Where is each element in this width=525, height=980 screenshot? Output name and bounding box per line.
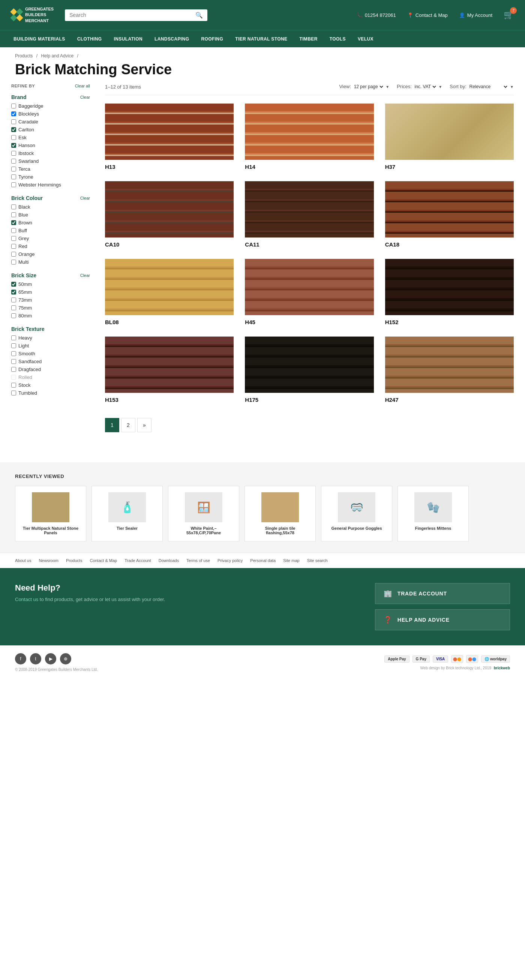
filter-colour-clear[interactable]: Clear: [80, 196, 90, 200]
texture-sandfaced-checkbox[interactable]: [11, 359, 16, 364]
brand-ibstock-checkbox[interactable]: [11, 151, 16, 156]
size-73mm-checkbox[interactable]: [11, 298, 16, 302]
product-card-h152[interactable]: H152: [385, 259, 514, 325]
footer-link-about[interactable]: About us: [15, 558, 31, 563]
breadcrumb-products[interactable]: Products: [15, 53, 33, 59]
texture-rolled-checkbox[interactable]: [11, 375, 16, 380]
footer-link-products[interactable]: Products: [66, 558, 82, 563]
product-name-h37: H37: [385, 164, 514, 170]
brand-esk-checkbox[interactable]: [11, 135, 16, 140]
rv-item-2[interactable]: 🪟 White Paint,– 55x78,C/P,70Pane: [168, 486, 239, 541]
brand-terca-checkbox[interactable]: [11, 167, 16, 172]
view-select[interactable]: 12 per page 24 per page 48 per page: [352, 84, 384, 90]
sort-control: Sort by: Relevance Price low to high Pri…: [450, 84, 514, 90]
product-card-ca18[interactable]: CA18: [385, 181, 514, 248]
brand-caradale-checkbox[interactable]: [11, 119, 16, 124]
cart-link[interactable]: 🛒 7: [504, 10, 514, 20]
nav-clothing[interactable]: CLOTHING: [71, 30, 108, 48]
nav-building-materials[interactable]: BUILDING MATERIALS: [8, 30, 71, 48]
nav-landscaping[interactable]: LANDSCAPING: [149, 30, 195, 48]
social-rss[interactable]: ⊕: [60, 653, 71, 665]
rv-item-0[interactable]: Tier Multipack Natural Stone Panels: [15, 486, 86, 541]
breadcrumb-help[interactable]: Help and Advice: [41, 53, 73, 59]
nav-velux[interactable]: VELUX: [352, 30, 379, 48]
social-youtube[interactable]: ▶: [45, 653, 56, 665]
brickweb-link[interactable]: brickweb: [494, 666, 510, 670]
texture-tumbled-checkbox[interactable]: [11, 391, 16, 395]
footer-link-newsroom[interactable]: Newsroom: [39, 558, 59, 563]
product-card-h247[interactable]: H247: [385, 337, 514, 403]
product-card-bl08[interactable]: BL08: [105, 259, 234, 325]
footer-link-terms[interactable]: Terms of use: [186, 558, 210, 563]
colour-multi-checkbox[interactable]: [11, 259, 16, 264]
nav-timber[interactable]: TIMBER: [293, 30, 323, 48]
footer-contact-link[interactable]: Contact us: [15, 597, 38, 602]
footer-link-contact[interactable]: Contact & Map: [90, 558, 117, 563]
size-75mm-checkbox[interactable]: [11, 305, 16, 310]
product-card-ca10[interactable]: CA10: [105, 181, 234, 248]
colour-grey-checkbox[interactable]: [11, 236, 16, 241]
texture-light-checkbox[interactable]: [11, 343, 16, 348]
trade-account-button[interactable]: 🏢 TRADE ACCOUNT: [375, 583, 510, 604]
colour-blue-checkbox[interactable]: [11, 212, 16, 217]
prices-select[interactable]: inc. VAT ex. VAT: [413, 84, 437, 90]
colour-red-checkbox[interactable]: [11, 244, 16, 249]
contact-map-link[interactable]: 📍 Contact & Map: [407, 13, 448, 18]
brand-blockleys-checkbox[interactable]: [11, 111, 16, 116]
texture-smooth-checkbox[interactable]: [11, 351, 16, 356]
clear-all-button[interactable]: Clear all: [75, 84, 90, 88]
phone-link[interactable]: 📞 01254 872061: [357, 13, 396, 18]
texture-heavy-checkbox[interactable]: [11, 336, 16, 340]
size-65mm-checkbox[interactable]: [11, 290, 16, 294]
colour-orange-checkbox[interactable]: [11, 252, 16, 257]
help-advice-button[interactable]: ❓ HELP AND ADVICE: [375, 609, 510, 630]
product-card-h153[interactable]: H153: [105, 337, 234, 403]
rv-item-4[interactable]: 🥽 General Purpose Goggles: [321, 486, 392, 541]
colour-brown-checkbox[interactable]: [11, 220, 16, 225]
search-icon[interactable]: 🔍: [195, 12, 203, 19]
nav-tools[interactable]: TOOLS: [324, 30, 352, 48]
texture-dragfaced-checkbox[interactable]: [11, 367, 16, 372]
rv-item-1[interactable]: 🧴 Tier Sealer: [92, 486, 163, 541]
page-2-button[interactable]: 2: [121, 418, 135, 432]
logo-area[interactable]: GREENGATES BUILDERS MERCHANT: [11, 6, 54, 24]
page-1-button[interactable]: 1: [105, 418, 119, 432]
size-50mm-checkbox[interactable]: [11, 282, 16, 286]
size-80mm-checkbox[interactable]: [11, 313, 16, 318]
rv-item-3[interactable]: Single plain tile flashing,55x78: [244, 486, 316, 541]
brand-swarland-checkbox[interactable]: [11, 159, 16, 164]
brand-carlton-checkbox[interactable]: [11, 127, 16, 132]
product-card-h45[interactable]: H45: [245, 259, 373, 325]
texture-stock-checkbox[interactable]: [11, 383, 16, 388]
footer-link-trade[interactable]: Trade Account: [124, 558, 151, 563]
social-twitter[interactable]: t: [30, 653, 41, 665]
footer-link-personal[interactable]: Personal data: [250, 558, 276, 563]
product-card-h13[interactable]: H13: [105, 103, 234, 170]
nav-insulation[interactable]: INSULATION: [108, 30, 149, 48]
filter-brand-clear[interactable]: Clear: [80, 95, 90, 99]
brand-baggeridge-checkbox[interactable]: [11, 103, 16, 108]
nav-roofing[interactable]: ROOFING: [195, 30, 229, 48]
footer-link-downloads[interactable]: Downloads: [159, 558, 179, 563]
brand-tyrone-checkbox[interactable]: [11, 175, 16, 179]
footer-link-privacy[interactable]: Privacy policy: [217, 558, 243, 563]
product-card-ca11[interactable]: CA11: [245, 181, 373, 248]
sort-select[interactable]: Relevance Price low to high Price high t…: [468, 84, 509, 90]
nav-tier-natural-stone[interactable]: TIER NATURAL STONE: [229, 30, 293, 48]
footer-link-search[interactable]: Site search: [307, 558, 328, 563]
my-account-link[interactable]: 👤 My Account: [459, 13, 492, 18]
filter-size-clear[interactable]: Clear: [80, 273, 90, 278]
colour-buff-checkbox[interactable]: [11, 228, 16, 233]
product-card-h175[interactable]: H175: [245, 337, 373, 403]
product-card-h14[interactable]: H14: [245, 103, 373, 170]
product-card-h37[interactable]: H37: [385, 103, 514, 170]
brand-webster-checkbox[interactable]: [11, 182, 16, 187]
page-next-button[interactable]: »: [137, 418, 152, 432]
rv-item-5[interactable]: 🧤 Fingerless Mittens: [398, 486, 469, 541]
footer-link-sitemap[interactable]: Site map: [283, 558, 299, 563]
search-bar[interactable]: 🔍: [65, 10, 207, 21]
search-input[interactable]: [69, 12, 195, 18]
colour-black-checkbox[interactable]: [11, 204, 16, 209]
social-facebook[interactable]: f: [15, 653, 26, 665]
brand-hanson-checkbox[interactable]: [11, 143, 16, 148]
